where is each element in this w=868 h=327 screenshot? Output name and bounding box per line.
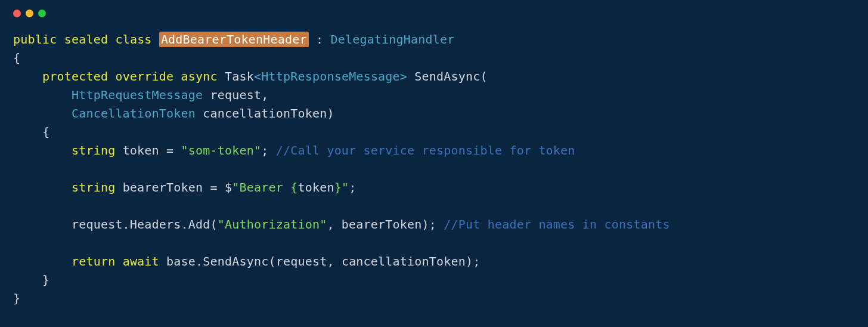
method-name: SendAsync( xyxy=(407,69,488,84)
indent xyxy=(13,217,72,232)
angle-open: < xyxy=(254,69,261,84)
code-block: public sealed class AddBearerTokenHeader… xyxy=(13,30,855,308)
method-call: request.Headers.Add( xyxy=(72,217,218,232)
keyword-override: override xyxy=(115,69,173,84)
indent xyxy=(13,88,72,102)
maximize-icon[interactable] xyxy=(38,10,46,17)
comment: //Call your service responsible for toke… xyxy=(276,143,575,158)
semicolon: ; xyxy=(349,180,356,195)
string-literal: "Authorization" xyxy=(218,217,327,232)
brace-close: } xyxy=(13,291,20,306)
comment: //Put header names in constants xyxy=(444,217,669,232)
base-type: DelegatingHandler xyxy=(330,32,454,47)
string-close: " xyxy=(342,180,349,195)
indent xyxy=(13,143,72,158)
var-assign: bearerToken = $ xyxy=(115,180,232,195)
colon: : xyxy=(309,32,331,47)
string-open: "Bearer xyxy=(232,180,290,195)
method-call: base.SendAsync(request, cancellationToke… xyxy=(159,254,480,269)
close-icon[interactable] xyxy=(13,10,21,17)
keyword-class: class xyxy=(115,32,151,47)
keyword-async: async xyxy=(181,69,218,84)
keyword-return: return xyxy=(72,254,115,269)
space xyxy=(115,254,122,269)
indent xyxy=(13,69,42,84)
task-type: Task xyxy=(225,69,254,84)
keyword-protected: protected xyxy=(42,69,108,84)
code-window: public sealed class AddBearerTokenHeader… xyxy=(0,0,868,327)
indent xyxy=(13,254,72,269)
brace-open: { xyxy=(13,125,49,139)
keyword-string: string xyxy=(72,180,115,195)
interp-close: } xyxy=(334,180,342,195)
param-type: CancellationToken xyxy=(72,106,196,121)
semicolon: ; xyxy=(261,143,275,158)
indent xyxy=(13,180,72,195)
interp-open: { xyxy=(290,180,297,195)
keyword-sealed: sealed xyxy=(64,32,108,47)
string-literal: "som-token" xyxy=(181,143,262,158)
param-name: request, xyxy=(203,88,268,102)
minimize-icon[interactable] xyxy=(26,10,33,17)
keyword-public: public xyxy=(13,32,57,47)
keyword-await: await xyxy=(123,254,159,269)
interp-var: token xyxy=(297,180,334,195)
brace-open: { xyxy=(13,51,20,65)
response-type: HttpResponseMessage xyxy=(261,69,400,84)
var-assign: token = xyxy=(115,143,181,158)
window-titlebar xyxy=(13,10,855,17)
indent xyxy=(13,106,72,121)
param-type: HttpRequestMessage xyxy=(72,88,203,102)
angle-close: > xyxy=(400,69,407,84)
keyword-string: string xyxy=(72,143,115,158)
args: , bearerToken); xyxy=(327,217,444,232)
class-name-highlight: AddBearerTokenHeader xyxy=(159,32,309,47)
param-name: cancellationToken) xyxy=(196,106,334,121)
brace-close: } xyxy=(13,273,49,287)
